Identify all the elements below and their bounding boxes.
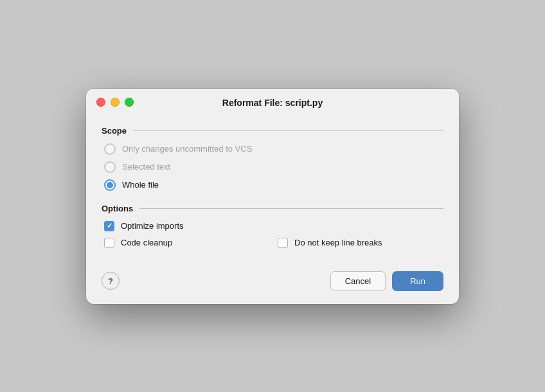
window-controls <box>96 98 134 107</box>
radio-selected[interactable]: Selected text <box>104 161 443 173</box>
reformat-dialog: Reformat File: script.py Scope Only chan… <box>86 89 459 304</box>
radio-whole-file-label: Whole file <box>122 180 159 190</box>
checkbox-optimize-imports-box <box>104 221 114 231</box>
options-divider <box>139 208 443 209</box>
dialog-footer: ? Cancel Run <box>86 261 459 304</box>
checkbox-optimize-imports-row: Optimize imports <box>104 221 443 231</box>
minimize-button[interactable] <box>111 98 120 107</box>
run-button[interactable]: Run <box>392 271 443 291</box>
radio-whole-file[interactable]: Whole file <box>104 179 443 191</box>
checkbox-no-line-breaks[interactable]: Do not keep line breaks <box>278 238 443 248</box>
checkbox-no-line-breaks-label: Do not keep line breaks <box>294 238 382 247</box>
radio-vcs-indicator <box>104 143 116 155</box>
radio-vcs-label: Only changes uncommitted to VCS <box>122 144 252 154</box>
options-section-header: Options <box>102 204 443 213</box>
close-button[interactable] <box>96 98 105 107</box>
dialog-title: Reformat File: script.py <box>222 98 323 108</box>
radio-selected-label: Selected text <box>122 162 170 172</box>
scope-label: Scope <box>102 126 127 136</box>
scope-section-header: Scope <box>102 126 443 136</box>
checkbox-grid: Code cleanup Do not keep line breaks <box>104 238 443 248</box>
options-section: Options Optimize imports Code cleanup D <box>102 204 443 248</box>
help-button[interactable]: ? <box>102 272 120 290</box>
radio-selected-indicator <box>104 161 116 173</box>
titlebar: Reformat File: script.py <box>86 89 459 114</box>
scope-divider <box>133 130 443 131</box>
maximize-button[interactable] <box>125 98 134 107</box>
checkbox-no-line-breaks-box <box>278 238 288 248</box>
radio-whole-file-indicator <box>104 179 116 191</box>
radio-vcs[interactable]: Only changes uncommitted to VCS <box>104 143 443 155</box>
checkbox-code-cleanup[interactable]: Code cleanup <box>104 238 270 248</box>
scope-radio-group: Only changes uncommitted to VCS Selected… <box>104 143 443 191</box>
dialog-content: Scope Only changes uncommitted to VCS Se… <box>86 114 459 261</box>
checkbox-optimize-imports[interactable]: Optimize imports <box>104 221 443 231</box>
checkbox-code-cleanup-label: Code cleanup <box>121 238 172 247</box>
cancel-button[interactable]: Cancel <box>330 271 386 291</box>
checkbox-optimize-imports-label: Optimize imports <box>121 221 184 231</box>
checkbox-code-cleanup-box <box>104 238 114 248</box>
options-label: Options <box>102 204 133 213</box>
action-buttons: Cancel Run <box>330 271 443 291</box>
